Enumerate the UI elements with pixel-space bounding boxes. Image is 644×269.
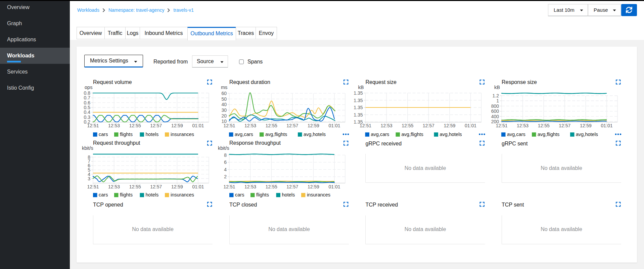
svg-text:hotels: hotels bbox=[146, 192, 159, 197]
svg-text:12:57: 12:57 bbox=[286, 123, 298, 128]
svg-text:avg,cars: avg,cars bbox=[507, 132, 525, 137]
svg-text:8: 8 bbox=[224, 152, 227, 158]
svg-text:No data available: No data available bbox=[541, 226, 582, 232]
svg-text:800: 800 bbox=[491, 103, 499, 109]
svg-text:ms: ms bbox=[221, 85, 227, 90]
svg-text:12:51: 12:51 bbox=[360, 123, 371, 128]
svg-text:gRPC received: gRPC received bbox=[366, 141, 402, 146]
svg-text:20: 20 bbox=[221, 113, 227, 119]
svg-text:flights: flights bbox=[120, 192, 133, 197]
svg-text:Request volume: Request volume bbox=[93, 79, 132, 85]
svg-text:12:57: 12:57 bbox=[423, 123, 434, 128]
svg-text:12:55: 12:55 bbox=[266, 184, 277, 189]
svg-text:avg,hotels: avg,hotels bbox=[576, 132, 598, 137]
svg-text:Request throughput: Request throughput bbox=[93, 140, 140, 146]
svg-text:Response size: Response size bbox=[502, 79, 537, 85]
svg-text:avg,cars: avg,cars bbox=[235, 132, 253, 137]
svg-text:01:01: 01:01 bbox=[328, 184, 340, 189]
svg-text:TCP opened: TCP opened bbox=[93, 202, 123, 208]
svg-text:01:01: 01:01 bbox=[328, 123, 340, 128]
svg-text:12:57: 12:57 bbox=[559, 123, 570, 128]
svg-text:12:53: 12:53 bbox=[244, 184, 256, 189]
svg-text:12:57: 12:57 bbox=[286, 184, 298, 189]
svg-text:cars: cars bbox=[99, 192, 108, 197]
svg-text:12:55: 12:55 bbox=[129, 123, 141, 128]
svg-text:50: 50 bbox=[221, 96, 227, 102]
svg-text:No data available: No data available bbox=[541, 165, 582, 171]
svg-text:kB: kB bbox=[358, 85, 364, 90]
svg-text:kbit/s: kbit/s bbox=[82, 145, 93, 151]
svg-text:4: 4 bbox=[224, 167, 227, 172]
svg-text:cars: cars bbox=[235, 192, 244, 197]
svg-text:12:59: 12:59 bbox=[171, 123, 183, 128]
svg-text:kbit/s: kbit/s bbox=[218, 145, 229, 151]
svg-text:avg,flights: avg,flights bbox=[265, 132, 287, 137]
svg-text:12:57: 12:57 bbox=[150, 184, 162, 189]
svg-text:1.35: 1.35 bbox=[354, 90, 363, 96]
svg-text:01:01: 01:01 bbox=[192, 184, 204, 189]
svg-text:40: 40 bbox=[221, 102, 227, 107]
svg-text:1.35: 1.35 bbox=[354, 105, 363, 110]
svg-text:01:01: 01:01 bbox=[192, 123, 204, 128]
svg-text:12:55: 12:55 bbox=[266, 123, 277, 128]
svg-text:12:55: 12:55 bbox=[538, 123, 550, 128]
svg-text:01:01: 01:01 bbox=[601, 123, 612, 128]
svg-text:Request size: Request size bbox=[366, 79, 397, 85]
svg-text:insurances: insurances bbox=[307, 192, 330, 197]
svg-text:avg,flights: avg,flights bbox=[538, 132, 559, 137]
svg-text:Request duration: Request duration bbox=[229, 79, 270, 85]
svg-text:12:55: 12:55 bbox=[402, 123, 413, 128]
svg-text:avg,cars: avg,cars bbox=[371, 132, 389, 137]
svg-text:gRPC sent: gRPC sent bbox=[502, 141, 528, 146]
svg-text:12:51: 12:51 bbox=[87, 184, 99, 189]
svg-text:flights: flights bbox=[256, 192, 269, 197]
svg-text:No data available: No data available bbox=[405, 165, 446, 171]
svg-text:12:59: 12:59 bbox=[580, 123, 592, 128]
svg-text:12:51: 12:51 bbox=[87, 123, 99, 128]
svg-text:12:51: 12:51 bbox=[496, 123, 507, 128]
svg-text:ops: ops bbox=[85, 85, 92, 90]
svg-text:12:59: 12:59 bbox=[171, 184, 183, 189]
svg-text:12:53: 12:53 bbox=[108, 184, 120, 189]
svg-text:6: 6 bbox=[224, 160, 227, 165]
svg-text:12:59: 12:59 bbox=[444, 123, 455, 128]
svg-text:insurances: insurances bbox=[171, 192, 194, 197]
svg-text:3: 3 bbox=[88, 176, 90, 181]
svg-text:30: 30 bbox=[221, 107, 227, 113]
svg-text:TCP sent: TCP sent bbox=[502, 202, 524, 208]
svg-text:flights: flights bbox=[120, 132, 133, 137]
svg-text:12:53: 12:53 bbox=[244, 123, 256, 128]
svg-text:kB: kB bbox=[494, 85, 500, 90]
svg-text:400: 400 bbox=[491, 114, 499, 119]
svg-text:12:59: 12:59 bbox=[308, 184, 319, 189]
svg-text:12:55: 12:55 bbox=[129, 184, 141, 189]
svg-text:60: 60 bbox=[221, 91, 227, 96]
svg-text:1.2: 1.2 bbox=[493, 93, 499, 98]
svg-text:avg,flights: avg,flights bbox=[402, 132, 423, 137]
svg-text:12:53: 12:53 bbox=[517, 123, 528, 128]
svg-text:No data available: No data available bbox=[132, 226, 174, 232]
svg-text:600: 600 bbox=[491, 108, 499, 114]
svg-text:12:51: 12:51 bbox=[223, 123, 235, 128]
svg-text:1.35: 1.35 bbox=[354, 112, 363, 118]
svg-text:12:57: 12:57 bbox=[150, 123, 162, 128]
svg-text:cars: cars bbox=[99, 132, 108, 137]
svg-text:1.35: 1.35 bbox=[354, 98, 363, 103]
svg-text:1: 1 bbox=[496, 98, 499, 103]
svg-text:avg,hotels: avg,hotels bbox=[304, 132, 326, 137]
svg-text:12:53: 12:53 bbox=[108, 123, 120, 128]
svg-text:No data available: No data available bbox=[405, 226, 446, 232]
svg-text:hotels: hotels bbox=[146, 132, 159, 137]
svg-text:12:53: 12:53 bbox=[381, 123, 393, 128]
svg-text:TCP closed: TCP closed bbox=[229, 202, 257, 208]
svg-text:12:59: 12:59 bbox=[308, 123, 319, 128]
svg-text:No data available: No data available bbox=[268, 226, 310, 232]
svg-text:01:01: 01:01 bbox=[465, 123, 476, 128]
svg-text:hotels: hotels bbox=[282, 192, 295, 197]
svg-text:TCP received: TCP received bbox=[366, 202, 398, 208]
svg-text:2: 2 bbox=[224, 174, 227, 179]
svg-text:12:51: 12:51 bbox=[223, 184, 235, 189]
svg-text:avg,hotels: avg,hotels bbox=[440, 132, 462, 137]
svg-text:Response throughput: Response throughput bbox=[229, 140, 281, 146]
svg-text:insurances: insurances bbox=[171, 132, 194, 137]
